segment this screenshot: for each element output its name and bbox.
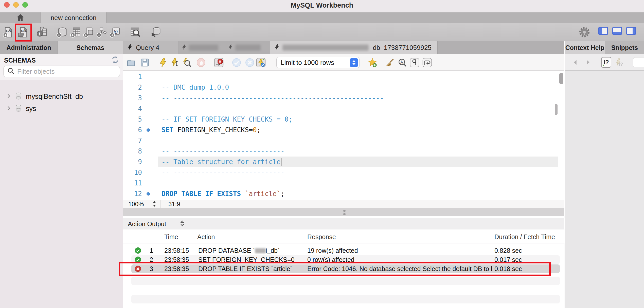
schema-filter-input[interactable]: Filter objects <box>3 66 120 77</box>
create-function-button[interactable]: f() <box>109 26 122 39</box>
panel-splitter[interactable] <box>123 208 564 216</box>
status-separator <box>160 200 160 208</box>
execute-statement-button[interactable] <box>170 57 181 68</box>
query-tab-4[interactable]: Query 4 <box>123 41 179 54</box>
chevron-right-icon[interactable] <box>6 105 12 112</box>
success-icon <box>134 256 141 265</box>
refresh-schemas-icon[interactable] <box>111 56 119 65</box>
zoom-stepper-icon[interactable] <box>152 201 157 209</box>
save-file-button[interactable] <box>139 57 150 68</box>
beautify-query-button[interactable] <box>385 57 396 68</box>
toggle-word-wrap-button[interactable] <box>422 57 433 68</box>
code-line-2[interactable]: 2-- DMC dump 1.0.0 <box>123 82 564 93</box>
context-help-cursor-icon[interactable]: I? <box>601 57 611 68</box>
code-text: SET FOREIGN_KEY_CHECKS=0; <box>162 125 261 135</box>
reconnect-dbms-button[interactable] <box>149 26 162 39</box>
column-header-duration[interactable]: Duration / Fetch Time <box>494 233 555 241</box>
line-number: 5 <box>123 114 142 125</box>
schema-item-sys[interactable]: sys <box>0 103 123 114</box>
schema-label: sys <box>26 105 36 113</box>
column-separator <box>194 232 194 242</box>
explain-plan-button[interactable] <box>182 57 192 68</box>
tab-context-help[interactable]: Context Help <box>565 41 605 54</box>
home-icon <box>16 13 25 23</box>
code-text: DROP TABLE IF EXISTS `article`; <box>162 188 284 199</box>
action-output-selector-icon[interactable] <box>180 220 185 228</box>
open-file-button[interactable] <box>126 57 136 68</box>
svg-text:f(): f() <box>114 29 118 34</box>
editor-vertical-scrollbar[interactable] <box>559 73 563 84</box>
code-line-12[interactable]: 12DROP TABLE IF EXISTS `article`; <box>123 188 564 199</box>
context-help-search-input[interactable] <box>633 57 644 67</box>
action-output-row-3[interactable]: 323:58:35DROP TABLE IF EXISTS `article`E… <box>131 264 560 273</box>
sql-code-editor[interactable]: 12-- DMC dump 1.0.03-- -----------------… <box>123 71 564 200</box>
line-number: 8 <box>123 146 142 157</box>
lightning-icon <box>127 44 133 51</box>
save-snippet-button[interactable] <box>367 57 378 68</box>
create-table-button[interactable] <box>69 26 82 39</box>
column-header-response[interactable]: Response <box>307 233 336 241</box>
toggle-right-sidebar-button[interactable] <box>626 27 636 35</box>
action-output-row-2[interactable]: 223:58:35SET FOREIGN_KEY_CHECKS=00 row(s… <box>131 255 560 264</box>
connection-tab[interactable]: new connection <box>41 12 106 23</box>
toggle-left-sidebar-button[interactable] <box>598 27 608 35</box>
token-comment: -- DMC dump 1.0.0 <box>162 84 229 91</box>
column-header-time[interactable]: Time <box>164 233 178 241</box>
toggle-bottom-panel-button[interactable] <box>612 27 622 35</box>
code-line-1[interactable]: 1 <box>123 71 564 82</box>
chevron-right-icon[interactable] <box>6 93 12 100</box>
code-line-5[interactable]: 5-- IF SET FOREIGN_KEY_CHECKS = 0; <box>123 114 564 125</box>
rollback-button[interactable] <box>244 57 255 68</box>
limit-rows-dropdown[interactable]: Limit to 1000 rows <box>276 57 360 68</box>
action-output-row-1[interactable]: 123:58:15DROP DATABASE `i_db`19 row(s) a… <box>131 246 560 255</box>
schema-inspector-button[interactable]: i <box>35 26 49 39</box>
editor-zoom-value: 100% <box>128 201 144 208</box>
bottom-panel-fill <box>613 32 621 34</box>
preferences-gear-icon[interactable] <box>578 26 591 39</box>
code-line-3[interactable]: 3-- ------------------------------------… <box>123 93 564 103</box>
code-line-6[interactable]: 6SET FOREIGN_KEY_CHECKS=0; <box>123 125 564 135</box>
tab-administration[interactable]: Administration <box>0 41 58 54</box>
action-output-column-headers: Time Action Response Duration / Fetch Ti… <box>123 230 564 243</box>
database-icon <box>15 104 22 113</box>
home-tab[interactable] <box>0 12 41 23</box>
code-line-11[interactable]: 11 <box>123 178 564 188</box>
open-sql-script-button[interactable]: SQL <box>17 26 30 39</box>
find-button[interactable]: A <box>397 57 408 68</box>
forward-arrow-icon[interactable] <box>584 59 592 67</box>
schema-label: mysqlBenchSft_db <box>26 93 83 101</box>
code-line-4[interactable]: 4 <box>123 103 564 114</box>
back-arrow-icon[interactable] <box>572 59 579 67</box>
code-line-7[interactable]: 7 <box>123 135 564 146</box>
schema-item-mysqlbenchsft-db[interactable]: mysqlBenchSft_db <box>0 91 123 102</box>
line-number: 9 <box>123 157 142 167</box>
text-cursor <box>281 158 281 166</box>
active-tab-suffix: _db_1738771059925 <box>369 44 432 52</box>
toggle-invisible-chars-button[interactable] <box>409 57 420 68</box>
commit-button[interactable] <box>231 57 242 68</box>
create-schema-button[interactable] <box>55 26 68 39</box>
query-tab-redacted-2[interactable] <box>225 41 270 54</box>
tab-schemas[interactable]: Schemas <box>58 41 123 54</box>
new-query-tab-button[interactable]: SQL <box>2 26 15 39</box>
tab-administration-label: Administration <box>6 44 51 51</box>
schema-tree: mysqlBenchSft_db sys <box>0 80 123 308</box>
create-view-button[interactable] <box>82 26 95 39</box>
context-help-query-icon[interactable]: I? <box>614 58 624 69</box>
search-table-data-button[interactable] <box>129 26 142 39</box>
action-output-scrollbar-thumb[interactable] <box>555 104 558 115</box>
svg-text:A: A <box>400 60 403 64</box>
error-icon <box>134 265 141 274</box>
code-line-9[interactable]: 9-- Table structure for article <box>123 157 564 167</box>
tab-snippets[interactable]: Snippets <box>605 41 644 54</box>
column-header-action[interactable]: Action <box>197 233 215 241</box>
query-tab-active[interactable]: _db_1738771059925 <box>270 41 438 54</box>
create-procedure-button[interactable] <box>95 26 109 39</box>
toggle-stop-on-error-button[interactable] <box>213 57 224 68</box>
stop-execution-button[interactable] <box>196 57 206 68</box>
code-line-10[interactable]: 10-- ---------------------------- <box>123 167 564 178</box>
code-line-8[interactable]: 8-- ---------------------------- <box>123 146 564 157</box>
query-tab-redacted-1[interactable] <box>179 41 225 54</box>
toggle-autocommit-button[interactable] <box>256 57 266 68</box>
execute-script-button[interactable] <box>158 57 168 68</box>
